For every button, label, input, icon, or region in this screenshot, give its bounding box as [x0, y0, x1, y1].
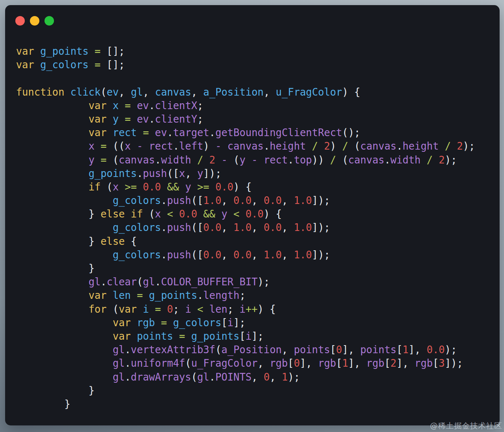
code-line: gl.drawArrays(gl.POINTS, 0, 1); [16, 370, 475, 384]
code-lines: var g_points = [];var g_colors = []; fun… [16, 45, 475, 411]
code-line: g_colors.push([0.0, 0.0, 1.0, 1.0]); [16, 248, 475, 262]
code-line: } [16, 397, 475, 411]
code-line: } [16, 384, 475, 397]
code-line: y = (canvas.width / 2 - (y - rect.top)) … [16, 153, 475, 167]
code-line: gl.vertexAttrib3f(a_Position, points[0],… [16, 343, 475, 356]
code-line: var rect = ev.target.getBoundingClientRe… [16, 126, 475, 139]
code-line: x = ((x - rect.left) - canvas.height / 2… [16, 139, 475, 153]
code-line: var x = ev.clientX; [16, 99, 475, 112]
code-line: var y = ev.clientY; [16, 112, 475, 126]
code-line: var len = g_points.length; [16, 289, 475, 302]
code-window: var g_points = [];var g_colors = []; fun… [5, 5, 500, 425]
code-line: g_points.push([x, y]); [16, 167, 475, 180]
code-line: } else { [16, 235, 475, 248]
code-line: g_colors.push([1.0, 0.0, 0.0, 1.0]); [16, 194, 475, 207]
code-line [16, 72, 475, 85]
code-line: var g_colors = []; [16, 58, 475, 72]
window-titlebar [15, 16, 54, 26]
code-line: var g_points = []; [16, 45, 475, 58]
desktop-background: var g_points = [];var g_colors = []; fun… [0, 0, 504, 432]
code-line: } else if (x < 0.0 && y < 0.0) { [16, 207, 475, 221]
code-line: var points = g_points[i]; [16, 329, 475, 343]
code-line: gl.uniform4f(u_FragColor, rgb[0], rgb[1]… [16, 356, 475, 370]
code-line: if (x >= 0.0 && y >= 0.0) { [16, 180, 475, 194]
code-line: g_colors.push([0.0, 1.0, 0.0, 1.0]); [16, 221, 475, 234]
code-line: } [16, 262, 475, 275]
maximize-button[interactable] [44, 16, 54, 26]
code-line: gl.clear(gl.COLOR_BUFFER_BIT); [16, 275, 475, 289]
code-line: for (var i = 0; i < len; i++) { [16, 302, 475, 316]
code-editor: var g_points = [];var g_colors = []; fun… [16, 45, 475, 411]
watermark: @稀土掘金技术社区 [430, 421, 502, 431]
close-button[interactable] [15, 16, 25, 26]
minimize-button[interactable] [30, 16, 39, 26]
code-line: var rgb = g_colors[i]; [16, 316, 475, 329]
code-line: function click(ev, gl, canvas, a_Positio… [16, 85, 475, 99]
